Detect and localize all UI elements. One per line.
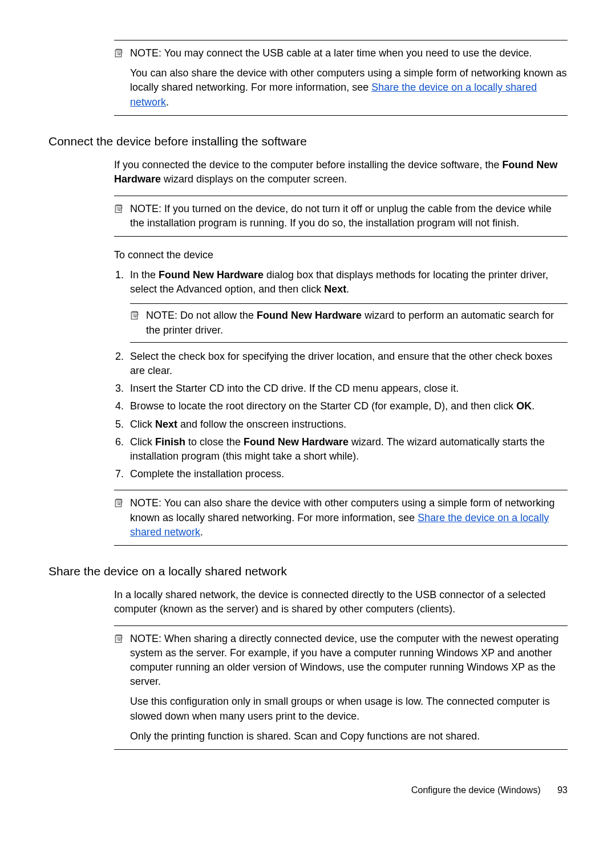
note-box-3: NOTE: You can also share the device with… [114, 490, 568, 546]
step-3: Insert the Starter CD into the CD drive.… [127, 381, 568, 396]
note-box-2: NOTE: If you turned on the device, do no… [114, 196, 568, 237]
note-text: NOTE: You may connect the USB cable at a… [130, 46, 568, 60]
svg-rect-12 [115, 500, 121, 507]
heading-connect-device: Connect the device before installing the… [48, 133, 568, 149]
svg-rect-0 [115, 50, 121, 57]
page-number: 93 [557, 785, 568, 795]
note-text: NOTE: When sharing a directly connected … [130, 632, 568, 689]
footer-text: Configure the device (Windows) [411, 785, 541, 795]
note-icon [114, 498, 124, 508]
para-connect-device-intro: If you connected the device to the compu… [114, 158, 568, 186]
step-4: Browse to locate the root directory on t… [127, 399, 568, 413]
svg-rect-16 [115, 635, 121, 642]
note-icon [130, 310, 140, 320]
note-icon [114, 204, 124, 214]
step-2: Select the check box for specifying the … [127, 350, 568, 378]
step-7: Complete the installation process. [127, 467, 568, 481]
note-icon [114, 633, 124, 644]
step-1: In the Found New Hardware dialog box tha… [127, 268, 568, 343]
note-box-1: NOTE: You may connect the USB cable at a… [114, 40, 568, 116]
nested-note-step1: NOTE: Do not allow the Found New Hardwar… [130, 303, 568, 342]
svg-rect-4 [115, 205, 121, 212]
para-share-intro: In a locally shared network, the device … [114, 588, 568, 616]
steps-list: In the Found New Hardware dialog box tha… [114, 268, 568, 481]
note-text: NOTE: If you turned on the device, do no… [130, 202, 568, 230]
svg-rect-8 [131, 312, 137, 319]
note-icon [114, 48, 124, 58]
heading-share-device: Share the device on a locally shared net… [48, 563, 568, 579]
step-6: Click Finish to close the Found New Hard… [127, 435, 568, 464]
sub-heading-to-connect: To connect the device [114, 248, 568, 262]
note-box-4: NOTE: When sharing a directly connected … [114, 625, 568, 750]
step-5: Click Next and follow the onscreen instr… [127, 417, 568, 432]
note-text: NOTE: You can also share the device with… [130, 496, 568, 539]
footer: Configure the device (Windows) 93 [48, 784, 568, 797]
